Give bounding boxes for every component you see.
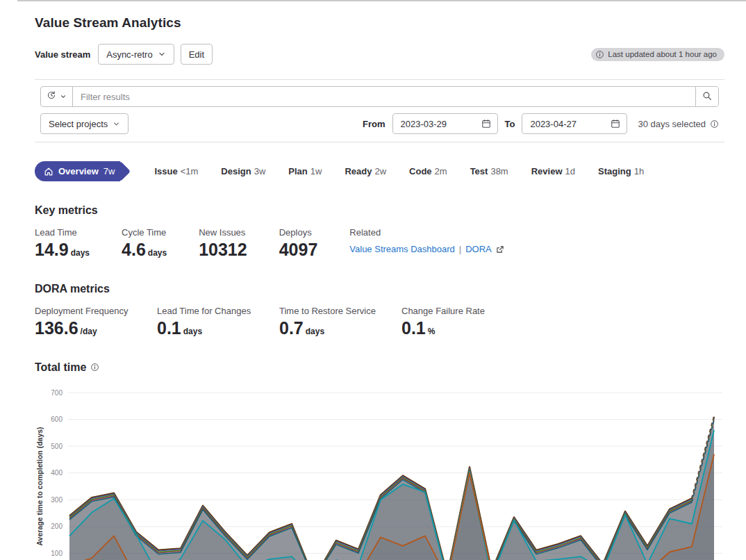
metric-label: Deployment Frequency (35, 306, 157, 316)
metric-unit: days (148, 248, 167, 258)
metric-unit: days (183, 327, 202, 336)
stage-duration: 1d (565, 166, 575, 176)
metric-deploys: Deploys4097 (279, 227, 318, 260)
svg-text:400: 400 (51, 469, 63, 477)
metric-deployment-frequency: Deployment Frequency136.6/day (35, 306, 157, 338)
info-icon (90, 363, 99, 372)
date-range-controls: From To 30 days selected (363, 113, 719, 134)
dora-link[interactable]: DORA (465, 244, 492, 254)
svg-text:600: 600 (51, 415, 63, 423)
total-time-chart-wrap: 0100200300400500600700Average time to co… (35, 383, 724, 560)
stage-duration: 2m (435, 166, 447, 176)
search-icon (702, 91, 712, 103)
stage-name: Issue (154, 166, 177, 176)
search-button[interactable] (695, 87, 718, 106)
metric-label: Lead Time (35, 227, 90, 238)
stage-tab-ready[interactable]: Ready2w (345, 166, 386, 176)
chevron-down-icon (158, 50, 166, 58)
svg-text:100: 100 (51, 550, 63, 557)
metric-value: 4.6days (122, 240, 167, 260)
stage-name: Test (470, 166, 488, 176)
value-stream-analytics-page: Value Stream Analytics Value stream Asyn… (0, 15, 746, 560)
stage-duration: 7w (103, 166, 115, 176)
metric-label: New Issues (199, 227, 247, 238)
top-divider (17, 0, 746, 1)
filter-row-2: Select projects From To (40, 113, 719, 134)
edit-button[interactable]: Edit (181, 44, 213, 65)
value-stream-label: Value stream (35, 49, 90, 60)
days-selected-text: 30 days selected (638, 119, 706, 129)
metric-unit: /day (81, 327, 97, 336)
svg-text:500: 500 (51, 442, 63, 450)
metric-cycle-time: Cycle Time4.6days (122, 227, 167, 260)
stage-name: Code (409, 166, 432, 176)
stage-tab-review[interactable]: Review1d (531, 166, 575, 176)
metric-unit: days (71, 248, 90, 258)
stage-name: Ready (345, 166, 372, 176)
metric-number: 10312 (199, 240, 247, 260)
stage-name: Staging (598, 166, 631, 176)
related-links-block: RelatedValue Streams Dashboard|DORA (349, 227, 504, 260)
stage-tab-code[interactable]: Code2m (409, 166, 447, 176)
history-icon (47, 90, 56, 103)
filter-results-input[interactable] (73, 87, 695, 106)
stage-tab-test[interactable]: Test38m (470, 166, 508, 176)
metric-number: 0.7 (279, 318, 304, 338)
dora-metrics-row: Deployment Frequency136.6/dayLead Time f… (35, 306, 724, 338)
calendar-icon (611, 119, 620, 129)
select-projects-dropdown[interactable]: Select projects (40, 113, 129, 134)
page-title: Value Stream Analytics (35, 15, 724, 31)
metric-value: 0.7days (279, 318, 401, 338)
value-stream-dropdown[interactable]: Async-retro (98, 44, 174, 65)
stage-path-nav: Overview7wIssue<1mDesign3wPlan1wReady2wC… (35, 161, 724, 181)
stage-duration: 1w (310, 166, 322, 176)
total-time-heading: Total time (35, 361, 724, 374)
metric-label: Cycle Time (122, 227, 167, 238)
metric-value: 0.1% (401, 318, 524, 338)
metric-time-to-restore-service: Time to Restore Service0.7days (279, 306, 401, 338)
metric-unit: days (306, 327, 324, 336)
filter-history-dropdown[interactable] (41, 87, 73, 106)
stage-duration: 3w (254, 166, 266, 176)
metric-label: Time to Restore Service (279, 306, 401, 316)
last-updated-text: Last updated about 1 hour ago (608, 50, 717, 58)
stage-duration: 1h (634, 166, 644, 176)
from-date-input[interactable] (399, 118, 462, 130)
info-icon (595, 50, 604, 59)
metric-value: 0.1days (157, 318, 279, 338)
metric-change-failure-rate: Change Failure Rate0.1% (401, 306, 524, 338)
to-date-field[interactable] (522, 113, 627, 134)
metric-lead-time-for-changes: Lead Time for Changes0.1days (157, 306, 279, 338)
stage-tab-staging[interactable]: Staging1h (598, 166, 644, 176)
info-icon (710, 120, 719, 129)
value-streams-dashboard-link[interactable]: Value Streams Dashboard (349, 244, 455, 254)
stage-name: Plan (288, 166, 307, 176)
from-date-field[interactable] (392, 113, 498, 134)
stage-name: Overview (58, 166, 99, 176)
to-date-input[interactable] (529, 118, 591, 130)
key-metrics-heading: Key metrics (35, 204, 724, 217)
metric-number: 14.9 (35, 240, 69, 260)
dora-metrics-heading: DORA metrics (35, 283, 724, 295)
stage-tab-issue[interactable]: Issue<1m (154, 166, 198, 176)
filter-section: Select projects From To (35, 79, 724, 142)
stage-tab-overview-selected[interactable]: Overview7w (35, 161, 120, 181)
related-links: Value Streams Dashboard|DORA (349, 244, 504, 254)
key-metrics-row: Lead Time14.9daysCycle Time4.6daysNew Is… (35, 227, 724, 260)
metric-number: 4.6 (122, 240, 146, 260)
metric-new-issues: New Issues10312 (199, 227, 247, 260)
stage-tab-plan[interactable]: Plan1w (288, 166, 322, 176)
metric-number: 4097 (279, 240, 318, 260)
svg-text:700: 700 (51, 388, 63, 396)
stage-tab-design[interactable]: Design3w (221, 166, 265, 176)
value-stream-selected: Async-retro (106, 49, 152, 60)
metric-value: 136.6/day (35, 318, 157, 338)
metric-value: 10312 (199, 240, 247, 260)
total-time-chart[interactable]: 0100200300400500600700Average time to co… (35, 383, 724, 560)
stage-duration: 38m (490, 166, 508, 176)
svg-text:Average time to completion (da: Average time to completion (days) (35, 427, 44, 545)
last-updated-badge: Last updated about 1 hour ago (591, 48, 724, 61)
chevron-down-icon (113, 120, 120, 128)
select-projects-label: Select projects (49, 119, 108, 129)
link-separator: | (459, 244, 461, 254)
